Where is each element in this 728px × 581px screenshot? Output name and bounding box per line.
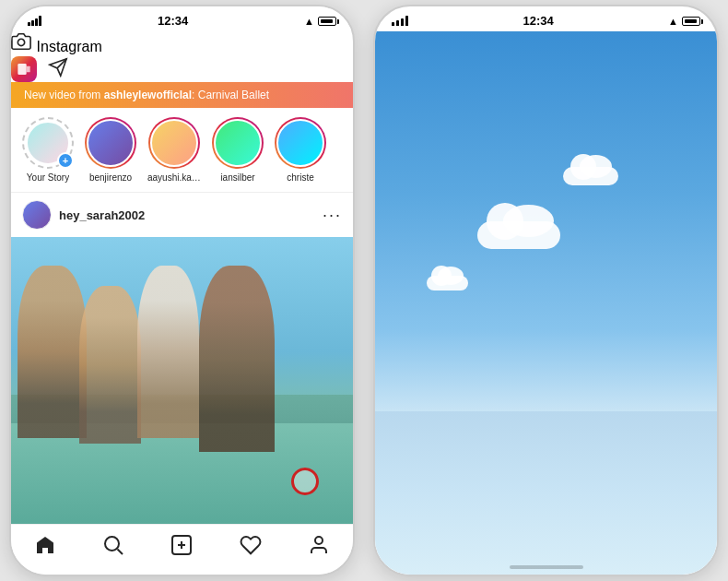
sign-circle xyxy=(291,468,319,495)
svg-line-6 xyxy=(118,550,123,555)
status-bar-phone1: 12:34 ▲ xyxy=(11,6,353,31)
status-icons: ▲ xyxy=(304,16,336,27)
story-avatar-4 xyxy=(276,119,324,167)
post-header: hey_sarah2002 ··· xyxy=(11,193,353,237)
notification-user: ashleylewofficlal xyxy=(104,89,192,101)
profile-nav-button[interactable] xyxy=(308,534,330,562)
search-nav-button[interactable] xyxy=(102,534,124,562)
post-author-avatar xyxy=(22,200,52,230)
story-avatar-1 xyxy=(87,119,135,167)
person-silhouette-3 xyxy=(137,266,199,438)
igtv-button[interactable] xyxy=(11,56,37,82)
wifi-icon: ▲ xyxy=(304,16,314,27)
status-bar-phone2: 12:34 ▲ xyxy=(375,6,717,31)
story-ring-3 xyxy=(212,117,264,169)
post-author-username[interactable]: hey_sarah2002 xyxy=(59,208,145,222)
battery-icon xyxy=(318,17,336,26)
time-display: 12:34 xyxy=(158,14,188,28)
post-image xyxy=(11,237,353,524)
story-ring-2 xyxy=(148,117,200,169)
story-item-2[interactable]: aayushi.kaushik xyxy=(147,117,201,183)
signal-icon xyxy=(28,16,41,26)
nav-bar: Instagram xyxy=(11,31,353,82)
story-item-1[interactable]: benjirenzo xyxy=(85,117,136,183)
phone1-instagram: 12:34 ▲ Instagram xyxy=(9,5,355,576)
nav-icons-right xyxy=(11,56,353,82)
stories-row: + Your Story benjirenzo aayushi.kaushik … xyxy=(11,108,353,193)
story-ring-4 xyxy=(275,117,326,169)
status-icons-p2: ▲ xyxy=(668,16,700,27)
svg-rect-2 xyxy=(27,66,30,73)
wifi-icon-p2: ▲ xyxy=(668,16,678,27)
cloud-2 xyxy=(563,167,618,185)
post-user-info: hey_sarah2002 xyxy=(22,200,145,230)
create-nav-button[interactable] xyxy=(170,534,193,562)
person-silhouette-1 xyxy=(18,266,86,438)
notification-prefix: New video from xyxy=(24,89,104,101)
your-story-label: Your Story xyxy=(27,172,69,183)
cloud-3 xyxy=(427,276,468,290)
battery-icon-p2 xyxy=(682,17,700,26)
phone2-igtv: 12:34 ▲ xyxy=(373,5,719,576)
post-more-button[interactable]: ··· xyxy=(323,206,342,225)
story-name-4: christe xyxy=(287,172,313,183)
story-name-1: benjirenzo xyxy=(89,172,132,183)
cloud-1 xyxy=(477,221,560,249)
svg-rect-1 xyxy=(18,64,26,75)
water-reflection xyxy=(375,411,717,575)
notification-banner[interactable]: New video from ashleylewofficlal: Carniv… xyxy=(11,82,353,108)
instagram-logo: Instagram xyxy=(37,39,102,54)
notification-suffix: : Carnival Ballet xyxy=(192,89,269,101)
camera-icon[interactable] xyxy=(11,35,37,55)
post-container: hey_sarah2002 ··· xyxy=(11,193,353,524)
time-display-p2: 12:34 xyxy=(523,14,553,28)
sky-content: TV xyxy=(375,31,717,575)
home-indicator xyxy=(510,565,583,569)
story-item-3[interactable]: iansilber xyxy=(212,117,264,183)
story-ring-1 xyxy=(85,117,136,169)
story-avatar-2 xyxy=(150,119,198,167)
svg-point-0 xyxy=(18,39,24,45)
svg-point-5 xyxy=(105,537,119,551)
send-icon[interactable] xyxy=(48,57,68,82)
story-item-yours[interactable]: + Your Story xyxy=(22,117,74,183)
add-story-badge: + xyxy=(57,152,74,169)
home-nav-button[interactable] xyxy=(34,534,56,562)
bottom-nav xyxy=(11,524,353,575)
person-silhouette-4 xyxy=(199,266,275,452)
your-story-ring: + xyxy=(22,117,74,169)
signal-icon-p2 xyxy=(392,16,408,26)
story-name-3: iansilber xyxy=(220,172,254,183)
person-silhouette-2 xyxy=(79,286,141,444)
story-name-2: aayushi.kaushik xyxy=(147,172,201,183)
svg-point-10 xyxy=(315,537,323,544)
likes-nav-button[interactable] xyxy=(240,534,262,562)
story-avatar-3 xyxy=(214,119,262,167)
story-item-4[interactable]: christe xyxy=(275,117,326,183)
